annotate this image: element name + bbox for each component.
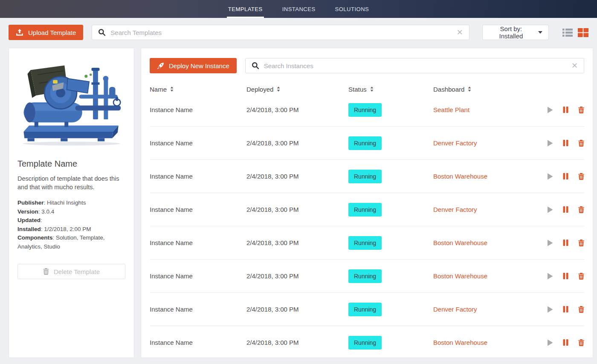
delete-instance-button[interactable]	[578, 339, 584, 346]
instance-name: Instance Name	[150, 106, 246, 113]
search-templates-input[interactable]	[110, 29, 451, 36]
column-header-status[interactable]: Status	[348, 86, 433, 93]
pause-instance-button[interactable]	[563, 140, 568, 146]
template-meta-installed: Installed: 1/2/2018, 2:00 PM	[17, 225, 125, 234]
pause-instance-button[interactable]	[563, 306, 568, 312]
instance-name: Instance Name	[150, 306, 246, 313]
clear-search-icon[interactable]: ✕	[457, 29, 463, 36]
pause-instance-button[interactable]	[563, 273, 568, 279]
column-header-dashboard[interactable]: Dashboard	[433, 86, 547, 93]
column-header-label: Dashboard	[433, 86, 464, 93]
dashboard-link[interactable]: Seattle Plant	[433, 106, 547, 113]
play-instance-button[interactable]	[547, 240, 553, 246]
play-icon	[547, 273, 553, 280]
meta-label: Updated	[17, 217, 41, 223]
play-icon	[547, 173, 553, 180]
pause-instance-button[interactable]	[563, 240, 568, 246]
pause-instance-button[interactable]	[563, 206, 568, 213]
search-icon	[252, 62, 259, 69]
sort-by-dropdown[interactable]: Sort by: Installed	[482, 25, 549, 40]
delete-instance-button[interactable]	[578, 140, 584, 147]
pause-icon	[563, 206, 568, 213]
template-card: Template Name Description of template th…	[9, 48, 134, 358]
instance-deployed: 2/4/2018, 3:00 PM	[246, 106, 348, 113]
instances-panel: Deploy New Instance ✕ NameDeployedStatus…	[141, 48, 593, 358]
play-instance-button[interactable]	[547, 273, 553, 280]
template-name: Template Name	[17, 159, 125, 169]
dashboard-link[interactable]: Denver Factory	[433, 306, 547, 313]
trash-icon	[578, 140, 584, 147]
trash-icon	[578, 173, 584, 180]
delete-instance-button[interactable]	[578, 206, 584, 213]
tab-instances[interactable]: INSTANCES	[281, 0, 317, 18]
pause-icon	[563, 273, 568, 279]
delete-template-button[interactable]: Delete Template	[17, 264, 125, 279]
instance-name: Instance Name	[150, 339, 246, 346]
play-icon	[547, 306, 553, 313]
nav-tabs: TEMPLATESINSTANCESSOLUTIONS	[227, 0, 370, 18]
search-instances-input[interactable]	[264, 62, 565, 69]
dashboard-link[interactable]: Boston Warehouse	[433, 339, 547, 346]
deploy-new-instance-label: Deploy New Instance	[169, 62, 229, 69]
trash-icon	[43, 268, 49, 275]
meta-label: Components	[17, 234, 53, 241]
pause-instance-button[interactable]	[563, 107, 568, 113]
instance-deployed: 2/4/2018, 3:00 PM	[246, 306, 348, 313]
play-instance-button[interactable]	[547, 206, 553, 213]
dashboard-link[interactable]: Boston Warehouse	[433, 173, 547, 180]
delete-instance-button[interactable]	[578, 240, 584, 246]
delete-instance-button[interactable]	[578, 173, 584, 180]
template-description: Description of template that does this a…	[17, 174, 125, 191]
trash-icon	[578, 107, 584, 113]
tab-solutions[interactable]: SOLUTIONS	[334, 0, 371, 18]
instance-name: Instance Name	[150, 272, 246, 280]
instance-deployed: 2/4/2018, 3:00 PM	[246, 206, 348, 213]
status-badge: Running	[348, 136, 382, 150]
meta-value: 3.0.4	[41, 208, 54, 215]
pause-instance-button[interactable]	[563, 173, 568, 179]
table-row: Instance Name2/4/2018, 3:00 PMRunningDen…	[150, 293, 584, 326]
list-view-button[interactable]	[562, 29, 573, 37]
sort-icon	[170, 87, 174, 92]
upload-template-button[interactable]: Upload Template	[9, 25, 83, 40]
status-badge: Running	[348, 336, 382, 350]
upload-icon	[16, 29, 23, 36]
template-meta-components: Components: Solution, Template, Analytic…	[17, 234, 125, 251]
column-header-label: Status	[348, 86, 367, 93]
play-instance-button[interactable]	[547, 173, 553, 180]
pause-icon	[563, 140, 568, 146]
status-badge: Running	[348, 170, 382, 183]
deploy-new-instance-button[interactable]: Deploy New Instance	[150, 58, 237, 73]
delete-instance-button[interactable]	[578, 107, 584, 113]
template-meta-updated: Updated:	[17, 216, 125, 225]
dashboard-link[interactable]: Denver Factory	[433, 206, 547, 213]
table-header-row: NameDeployedStatusDashboard	[150, 85, 584, 93]
play-instance-button[interactable]	[547, 339, 553, 346]
meta-label: Publisher	[17, 199, 44, 206]
play-instance-button[interactable]	[547, 306, 553, 313]
pause-instance-button[interactable]	[563, 339, 568, 346]
play-instance-button[interactable]	[547, 107, 553, 113]
trash-icon	[578, 273, 584, 280]
play-instance-button[interactable]	[547, 140, 553, 147]
tab-templates[interactable]: TEMPLATES	[227, 0, 264, 18]
delete-instance-button[interactable]	[578, 273, 584, 280]
dashboard-link[interactable]: Denver Factory	[433, 139, 547, 147]
delete-instance-button[interactable]	[578, 306, 584, 313]
meta-value: 1/2/2018, 2:00 PM	[44, 226, 91, 232]
main-content: Template Name Description of template th…	[0, 48, 597, 358]
column-header-name[interactable]: Name	[150, 86, 246, 93]
meta-label: Installed	[17, 226, 41, 232]
table-row: Instance Name2/4/2018, 3:00 PMRunningBos…	[150, 260, 584, 293]
instance-deployed: 2/4/2018, 3:00 PM	[246, 139, 348, 147]
column-header-deployed[interactable]: Deployed	[246, 86, 348, 93]
dashboard-link[interactable]: Boston Warehouse	[433, 272, 547, 280]
table-row: Instance Name2/4/2018, 3:00 PMRunningSea…	[150, 93, 584, 127]
clear-search-icon[interactable]: ✕	[571, 62, 578, 69]
template-meta-publisher: Publisher: Hitachi Insights	[17, 199, 125, 208]
template-image	[17, 51, 125, 152]
grid-view-button[interactable]	[578, 28, 588, 37]
dashboard-link[interactable]: Boston Warehouse	[433, 239, 547, 246]
instance-name: Instance Name	[150, 139, 246, 147]
pause-icon	[563, 339, 568, 346]
